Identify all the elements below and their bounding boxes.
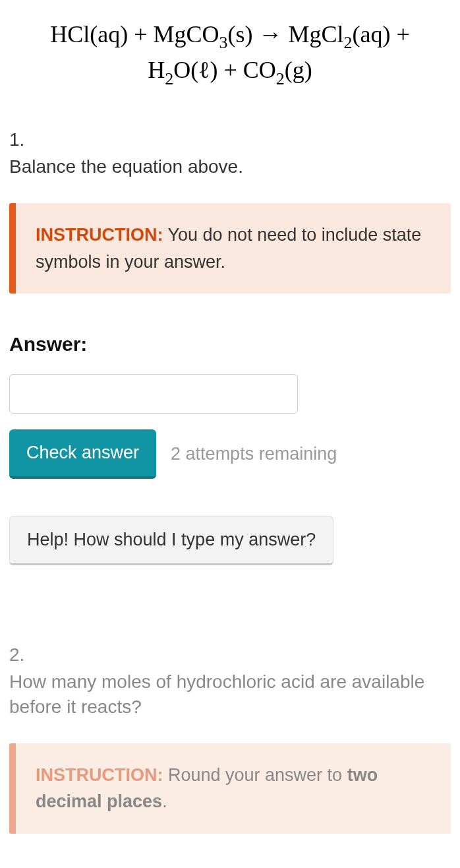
question-1: 1. Balance the equation above. INSTRUCTI… (9, 129, 451, 644)
equation-line-1: HCl(aq) + MgCO3(s) → MgCl2(aq) + (9, 18, 451, 54)
answer-input[interactable] (9, 374, 298, 414)
attempts-remaining: 2 attempts remaining (171, 444, 337, 464)
question-text: How many moles of hydrochloric acid are … (9, 669, 451, 720)
chemical-equation: HCl(aq) + MgCO3(s) → MgCl2(aq) + H2O(ℓ) … (9, 18, 451, 90)
instruction-label: INSTRUCTION: (36, 765, 163, 785)
question-number: 2. (9, 644, 451, 666)
question-2: 2. How many moles of hydrochloric acid a… (9, 644, 451, 834)
answer-label: Answer: (9, 333, 451, 356)
help-button[interactable]: Help! How should I type my answer? (9, 516, 333, 565)
instruction-label: INSTRUCTION: (36, 225, 163, 245)
question-number: 1. (9, 129, 451, 150)
question-text: Balance the equation above. (9, 154, 451, 179)
instruction-box: INSTRUCTION: Round your answer to two de… (9, 743, 451, 834)
equation-line-2: H2O(ℓ) + CO2(g) (9, 54, 451, 90)
instruction-box: INSTRUCTION: You do not need to include … (9, 203, 451, 294)
check-answer-button[interactable]: Check answer (9, 429, 156, 479)
